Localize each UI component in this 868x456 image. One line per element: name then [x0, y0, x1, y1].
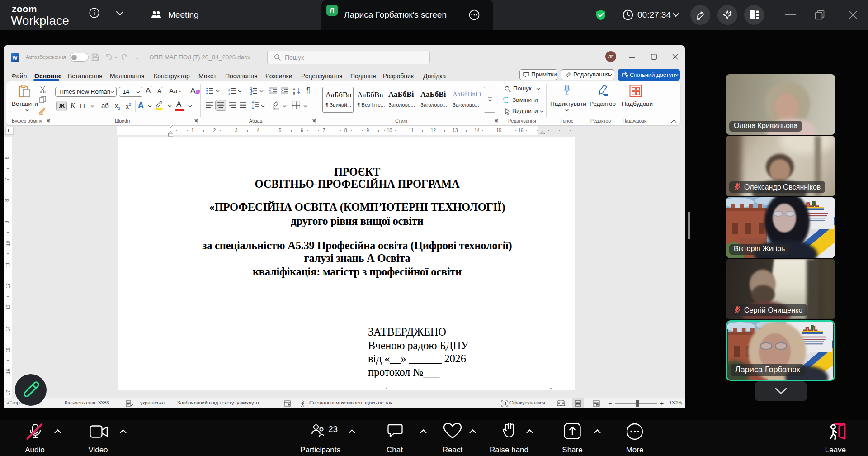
svg-text:я: я	[293, 91, 295, 95]
svg-text:3: 3	[228, 92, 230, 95]
svg-text:W: W	[13, 55, 18, 61]
